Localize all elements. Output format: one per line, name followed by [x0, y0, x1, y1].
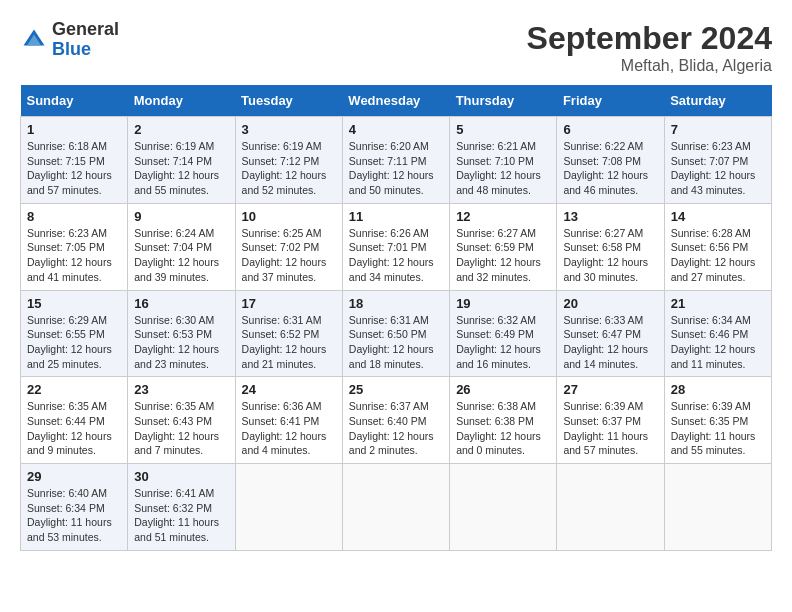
logo-icon [20, 26, 48, 54]
day-number: 30 [134, 469, 228, 484]
logo-blue: Blue [52, 40, 119, 60]
day-cell: 22Sunrise: 6:35 AM Sunset: 6:44 PM Dayli… [21, 377, 128, 464]
day-detail: Sunrise: 6:32 AM Sunset: 6:49 PM Dayligh… [456, 313, 550, 372]
day-number: 20 [563, 296, 657, 311]
day-detail: Sunrise: 6:29 AM Sunset: 6:55 PM Dayligh… [27, 313, 121, 372]
day-detail: Sunrise: 6:40 AM Sunset: 6:34 PM Dayligh… [27, 486, 121, 545]
day-cell: 11Sunrise: 6:26 AM Sunset: 7:01 PM Dayli… [342, 203, 449, 290]
day-detail: Sunrise: 6:21 AM Sunset: 7:10 PM Dayligh… [456, 139, 550, 198]
day-number: 6 [563, 122, 657, 137]
header-monday: Monday [128, 85, 235, 117]
day-cell: 7Sunrise: 6:23 AM Sunset: 7:07 PM Daylig… [664, 117, 771, 204]
day-cell: 23Sunrise: 6:35 AM Sunset: 6:43 PM Dayli… [128, 377, 235, 464]
day-number: 12 [456, 209, 550, 224]
day-cell [557, 464, 664, 551]
day-number: 5 [456, 122, 550, 137]
day-number: 19 [456, 296, 550, 311]
day-detail: Sunrise: 6:19 AM Sunset: 7:12 PM Dayligh… [242, 139, 336, 198]
day-cell: 20Sunrise: 6:33 AM Sunset: 6:47 PM Dayli… [557, 290, 664, 377]
day-cell: 6Sunrise: 6:22 AM Sunset: 7:08 PM Daylig… [557, 117, 664, 204]
day-number: 1 [27, 122, 121, 137]
day-detail: Sunrise: 6:37 AM Sunset: 6:40 PM Dayligh… [349, 399, 443, 458]
week-row-2: 8Sunrise: 6:23 AM Sunset: 7:05 PM Daylig… [21, 203, 772, 290]
day-cell: 12Sunrise: 6:27 AM Sunset: 6:59 PM Dayli… [450, 203, 557, 290]
day-cell: 4Sunrise: 6:20 AM Sunset: 7:11 PM Daylig… [342, 117, 449, 204]
day-detail: Sunrise: 6:27 AM Sunset: 6:59 PM Dayligh… [456, 226, 550, 285]
week-row-3: 15Sunrise: 6:29 AM Sunset: 6:55 PM Dayli… [21, 290, 772, 377]
logo: General Blue [20, 20, 119, 60]
day-cell: 2Sunrise: 6:19 AM Sunset: 7:14 PM Daylig… [128, 117, 235, 204]
day-cell: 9Sunrise: 6:24 AM Sunset: 7:04 PM Daylig… [128, 203, 235, 290]
day-number: 16 [134, 296, 228, 311]
day-detail: Sunrise: 6:28 AM Sunset: 6:56 PM Dayligh… [671, 226, 765, 285]
day-detail: Sunrise: 6:31 AM Sunset: 6:50 PM Dayligh… [349, 313, 443, 372]
header: General Blue September 2024 Meftah, Blid… [20, 20, 772, 75]
day-detail: Sunrise: 6:27 AM Sunset: 6:58 PM Dayligh… [563, 226, 657, 285]
header-friday: Friday [557, 85, 664, 117]
day-detail: Sunrise: 6:38 AM Sunset: 6:38 PM Dayligh… [456, 399, 550, 458]
day-number: 28 [671, 382, 765, 397]
header-tuesday: Tuesday [235, 85, 342, 117]
day-cell: 27Sunrise: 6:39 AM Sunset: 6:37 PM Dayli… [557, 377, 664, 464]
day-cell: 21Sunrise: 6:34 AM Sunset: 6:46 PM Dayli… [664, 290, 771, 377]
day-cell: 17Sunrise: 6:31 AM Sunset: 6:52 PM Dayli… [235, 290, 342, 377]
day-number: 11 [349, 209, 443, 224]
day-number: 29 [27, 469, 121, 484]
day-detail: Sunrise: 6:19 AM Sunset: 7:14 PM Dayligh… [134, 139, 228, 198]
day-cell: 1Sunrise: 6:18 AM Sunset: 7:15 PM Daylig… [21, 117, 128, 204]
day-cell [664, 464, 771, 551]
logo-general: General [52, 20, 119, 40]
header-wednesday: Wednesday [342, 85, 449, 117]
day-cell: 3Sunrise: 6:19 AM Sunset: 7:12 PM Daylig… [235, 117, 342, 204]
day-cell [450, 464, 557, 551]
day-detail: Sunrise: 6:39 AM Sunset: 6:35 PM Dayligh… [671, 399, 765, 458]
day-number: 25 [349, 382, 443, 397]
calendar-body: 1Sunrise: 6:18 AM Sunset: 7:15 PM Daylig… [21, 117, 772, 551]
week-row-1: 1Sunrise: 6:18 AM Sunset: 7:15 PM Daylig… [21, 117, 772, 204]
day-cell: 26Sunrise: 6:38 AM Sunset: 6:38 PM Dayli… [450, 377, 557, 464]
day-cell: 8Sunrise: 6:23 AM Sunset: 7:05 PM Daylig… [21, 203, 128, 290]
day-detail: Sunrise: 6:39 AM Sunset: 6:37 PM Dayligh… [563, 399, 657, 458]
day-number: 17 [242, 296, 336, 311]
title-area: September 2024 Meftah, Blida, Algeria [527, 20, 772, 75]
day-number: 8 [27, 209, 121, 224]
day-number: 24 [242, 382, 336, 397]
day-number: 4 [349, 122, 443, 137]
day-cell: 24Sunrise: 6:36 AM Sunset: 6:41 PM Dayli… [235, 377, 342, 464]
day-number: 23 [134, 382, 228, 397]
day-detail: Sunrise: 6:22 AM Sunset: 7:08 PM Dayligh… [563, 139, 657, 198]
day-detail: Sunrise: 6:31 AM Sunset: 6:52 PM Dayligh… [242, 313, 336, 372]
day-detail: Sunrise: 6:23 AM Sunset: 7:07 PM Dayligh… [671, 139, 765, 198]
day-detail: Sunrise: 6:20 AM Sunset: 7:11 PM Dayligh… [349, 139, 443, 198]
day-cell: 18Sunrise: 6:31 AM Sunset: 6:50 PM Dayli… [342, 290, 449, 377]
day-cell: 29Sunrise: 6:40 AM Sunset: 6:34 PM Dayli… [21, 464, 128, 551]
day-detail: Sunrise: 6:23 AM Sunset: 7:05 PM Dayligh… [27, 226, 121, 285]
day-detail: Sunrise: 6:26 AM Sunset: 7:01 PM Dayligh… [349, 226, 443, 285]
day-detail: Sunrise: 6:18 AM Sunset: 7:15 PM Dayligh… [27, 139, 121, 198]
calendar-table: SundayMondayTuesdayWednesdayThursdayFrid… [20, 85, 772, 551]
header-saturday: Saturday [664, 85, 771, 117]
day-number: 27 [563, 382, 657, 397]
day-detail: Sunrise: 6:34 AM Sunset: 6:46 PM Dayligh… [671, 313, 765, 372]
day-number: 14 [671, 209, 765, 224]
day-cell [342, 464, 449, 551]
day-number: 21 [671, 296, 765, 311]
day-cell: 14Sunrise: 6:28 AM Sunset: 6:56 PM Dayli… [664, 203, 771, 290]
day-cell [235, 464, 342, 551]
day-number: 22 [27, 382, 121, 397]
day-cell: 15Sunrise: 6:29 AM Sunset: 6:55 PM Dayli… [21, 290, 128, 377]
day-cell: 13Sunrise: 6:27 AM Sunset: 6:58 PM Dayli… [557, 203, 664, 290]
day-cell: 5Sunrise: 6:21 AM Sunset: 7:10 PM Daylig… [450, 117, 557, 204]
day-cell: 28Sunrise: 6:39 AM Sunset: 6:35 PM Dayli… [664, 377, 771, 464]
day-number: 10 [242, 209, 336, 224]
location-title: Meftah, Blida, Algeria [527, 57, 772, 75]
day-detail: Sunrise: 6:35 AM Sunset: 6:43 PM Dayligh… [134, 399, 228, 458]
day-detail: Sunrise: 6:33 AM Sunset: 6:47 PM Dayligh… [563, 313, 657, 372]
day-number: 15 [27, 296, 121, 311]
day-number: 26 [456, 382, 550, 397]
day-detail: Sunrise: 6:30 AM Sunset: 6:53 PM Dayligh… [134, 313, 228, 372]
week-row-4: 22Sunrise: 6:35 AM Sunset: 6:44 PM Dayli… [21, 377, 772, 464]
day-cell: 19Sunrise: 6:32 AM Sunset: 6:49 PM Dayli… [450, 290, 557, 377]
header-sunday: Sunday [21, 85, 128, 117]
day-number: 7 [671, 122, 765, 137]
